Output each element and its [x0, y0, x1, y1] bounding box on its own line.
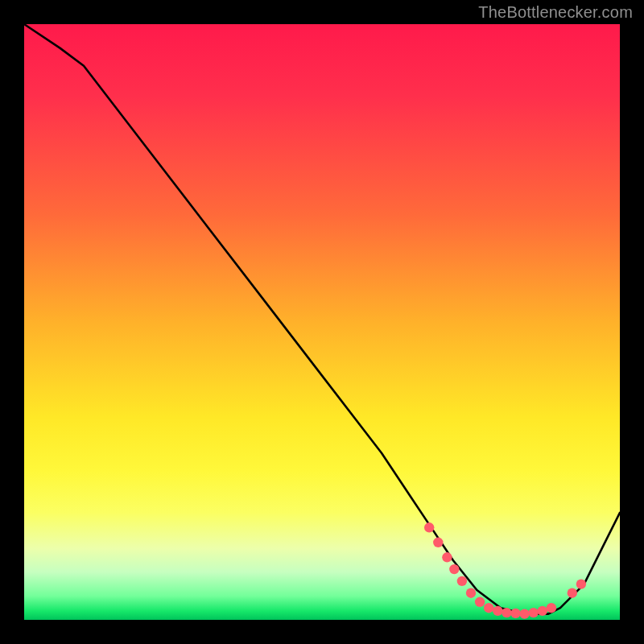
data-marker: [547, 603, 556, 613]
data-marker: [502, 608, 511, 617]
data-marker: [529, 608, 539, 617]
chart-container: TheBottlenecker.com: [0, 0, 644, 644]
data-marker: [493, 606, 502, 616]
bottleneck-curve: [24, 24, 620, 614]
data-marker: [484, 603, 493, 613]
data-marker: [576, 579, 586, 588]
data-marker: [433, 538, 443, 547]
data-marker: [475, 597, 485, 607]
data-marker: [449, 564, 459, 574]
credit-label: TheBottlenecker.com: [478, 3, 633, 22]
marker-cluster: [424, 522, 586, 619]
data-marker: [538, 606, 547, 616]
data-marker: [519, 609, 529, 618]
data-marker: [457, 576, 467, 586]
data-marker: [568, 588, 577, 598]
data-marker: [424, 522, 434, 532]
data-marker: [442, 552, 452, 562]
data-marker: [510, 609, 520, 618]
plot-area: [24, 24, 620, 620]
curve-layer: [24, 24, 620, 620]
data-marker: [466, 588, 476, 598]
